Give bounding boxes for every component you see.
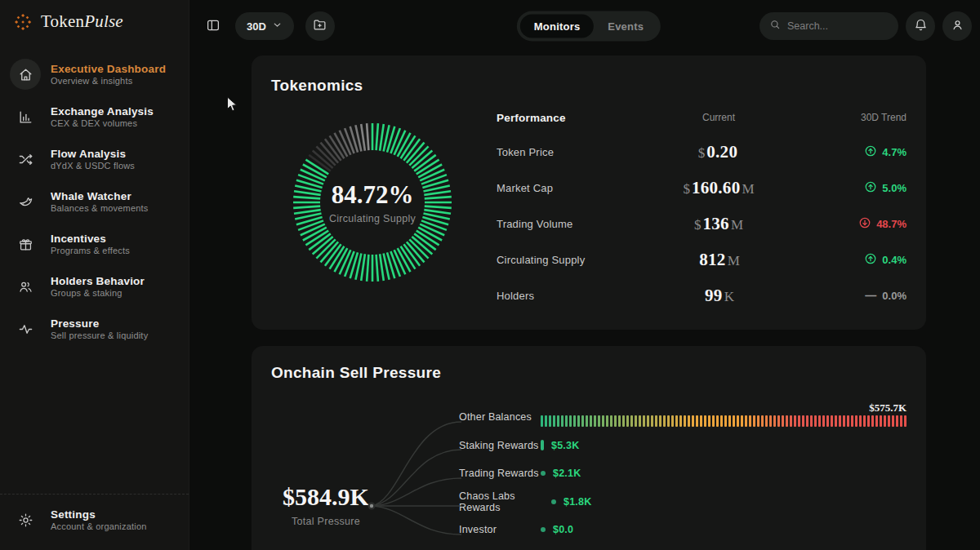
tokenpulse-logo-icon	[13, 12, 33, 32]
row-label: Token Price	[497, 146, 629, 158]
trend-up-icon	[864, 144, 877, 160]
user-icon	[951, 18, 964, 34]
table-row-trading-volume: Trading Volume $136M 48.7%	[497, 206, 906, 242]
bar-value-label: $575.7K	[869, 401, 906, 415]
gift-icon	[10, 228, 41, 259]
topbar: 30D Monitors Events	[189, 0, 980, 52]
sidebar: TokenPulse Executive Dashboard Overview …	[0, 0, 189, 550]
trend-up-icon	[864, 180, 877, 196]
donut-percent-value: 84.72%	[332, 180, 414, 210]
row-value: $1.8K	[564, 496, 591, 508]
chevron-down-icon	[272, 20, 283, 33]
flow-fan-lines	[363, 403, 463, 550]
segmented-gradient-bar	[541, 415, 906, 427]
row-label: Chaos Labs Rewards	[459, 490, 551, 513]
sidebar-item-subtitle: Groups & staking	[51, 288, 145, 298]
pressure-row-staking-rewards: Staking Rewards $5.3K	[459, 432, 906, 460]
row-current-value: 99K	[629, 286, 808, 306]
account-button[interactable]	[942, 11, 972, 41]
performance-table: Performance Current 30D Trend Token Pric…	[497, 104, 906, 313]
row-label: Trading Volume	[497, 218, 629, 230]
date-range-label: 30D	[247, 20, 266, 33]
row-trend: 0.4%	[808, 252, 906, 268]
sidebar-item-title: Settings	[51, 508, 147, 521]
row-current-value: 812M	[629, 250, 808, 270]
sidebar-item-exchange-analysis[interactable]: Exchange Analysis CEX & DEX volumes	[0, 95, 189, 138]
row-label: Investor	[459, 524, 541, 535]
row-trend: 48.7%	[808, 216, 906, 232]
sidebar-item-title: Holders Behavior	[51, 275, 145, 287]
row-current-value: $136M	[629, 214, 808, 234]
tokenomics-title: Tokenomics	[271, 77, 906, 95]
trend-flat-icon: —	[865, 289, 877, 302]
row-value: $2.1K	[553, 468, 581, 479]
folder-plus-icon	[313, 18, 327, 34]
save-view-button[interactable]	[305, 11, 335, 41]
content-scroll-area[interactable]: Tokenomics 84.72% Circulating Supply Per…	[189, 52, 980, 550]
sidebar-item-subtitle: CEX & DEX volumes	[51, 118, 154, 128]
activity-icon	[10, 313, 41, 344]
tab-events[interactable]: Events	[594, 15, 657, 38]
whale-icon	[10, 186, 41, 217]
brand: TokenPulse	[0, 0, 189, 40]
sidebar-item-subtitle: dYdX & USDC flows	[51, 161, 135, 171]
dot-marker	[541, 527, 546, 532]
search-icon	[769, 19, 781, 33]
sidebar-item-settings[interactable]: Settings Account & organization	[0, 494, 189, 545]
pressure-row-chaos-labs-rewards: Chaos Labs Rewards $1.8K	[459, 488, 906, 517]
sidebar-item-executive-dashboard[interactable]: Executive Dashboard Overview & insights	[0, 53, 189, 95]
trend-down-icon	[858, 216, 871, 232]
pressure-row-trading-rewards: Trading Rewards $2.1K	[459, 459, 906, 488]
sidebar-item-title: Exchange Analysis	[51, 105, 154, 118]
col-30d-trend: 30D Trend	[808, 112, 906, 123]
row-label: Other Balances	[459, 411, 541, 423]
brand-name: TokenPulse	[41, 11, 123, 32]
sidebar-item-holders-behavior[interactable]: Holders Behavior Groups & staking	[0, 265, 189, 308]
table-row-market-cap: Market Cap $160.60M 5.0%	[497, 170, 906, 206]
bell-icon	[914, 18, 928, 34]
tab-monitors[interactable]: Monitors	[520, 15, 594, 38]
dot-marker	[551, 499, 556, 504]
sidebar-item-subtitle: Programs & effects	[51, 246, 130, 255]
pressure-row-investor: Investor $0.0	[459, 516, 906, 544]
monitors-events-toggle: Monitors Events	[517, 11, 661, 42]
other-balances-bar: $575.7K	[541, 415, 906, 427]
trend-up-icon	[864, 252, 877, 268]
home-icon	[10, 59, 41, 90]
row-value: $0.0	[553, 524, 573, 535]
sidebar-item-pressure[interactable]: Pressure Sell pressure & liquidity	[0, 308, 189, 350]
table-header-row: Performance Current 30D Trend	[497, 104, 906, 131]
sidebar-item-subtitle: Balances & movements	[51, 203, 149, 213]
sidebar-item-subtitle: Overview & insights	[51, 76, 166, 86]
table-row-token-price: Token Price $0.20 4.7%	[497, 134, 906, 170]
sidebar-item-title: Incentives	[51, 233, 130, 245]
notifications-button[interactable]	[906, 11, 935, 41]
sidebar-item-title: Flow Analysis	[51, 148, 135, 160]
row-label: Circulating Supply	[497, 254, 629, 266]
main-area: 30D Monitors Events	[189, 0, 980, 550]
date-range-dropdown[interactable]: 30D	[235, 12, 294, 40]
sidebar-item-whale-watcher[interactable]: Whale Watcher Balances & movements	[0, 180, 189, 223]
search-input[interactable]	[787, 20, 889, 32]
sidebar-item-title: Whale Watcher	[51, 190, 149, 202]
app-window: TokenPulse Executive Dashboard Overview …	[0, 0, 980, 550]
row-label: Trading Rewards	[459, 468, 541, 479]
sell-pressure-title: Onchain Sell Pressure	[271, 364, 906, 382]
table-row-holders: Holders 99K — 0.0%	[497, 277, 906, 313]
sell-pressure-card: Onchain Sell Pressure $584.9K Total Pres…	[252, 346, 926, 550]
col-current: Current	[629, 112, 808, 123]
sell-pressure-rows: Other Balances $575.7K Staking Rewards $…	[459, 403, 906, 544]
search-box[interactable]	[760, 12, 898, 40]
sidebar-item-title: Executive Dashboard	[51, 63, 166, 75]
sidebar-toggle-button[interactable]	[203, 16, 224, 37]
sidebar-item-subtitle: Account & organization	[51, 521, 147, 531]
tokenomics-card: Tokenomics 84.72% Circulating Supply Per…	[252, 55, 926, 330]
sidebar-item-subtitle: Sell pressure & liquidity	[51, 330, 148, 340]
gear-icon	[10, 504, 41, 535]
row-label: Market Cap	[497, 182, 629, 194]
sidebar-item-incentives[interactable]: Incentives Programs & effects	[0, 223, 189, 265]
sidebar-item-flow-analysis[interactable]: Flow Analysis dYdX & USDC flows	[0, 138, 189, 180]
bar-chart-icon	[10, 101, 41, 132]
row-trend: 4.7%	[808, 144, 906, 160]
dot-marker	[541, 471, 546, 476]
